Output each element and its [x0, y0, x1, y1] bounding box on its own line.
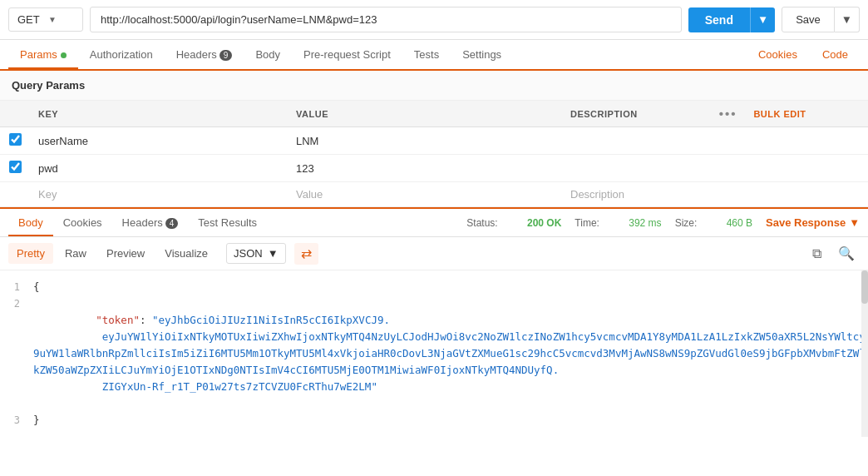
method-select[interactable]: GET ▼: [8, 7, 83, 32]
tabs-right: Cookies Code: [747, 40, 860, 69]
value-cell: 123: [288, 155, 562, 182]
tab-body[interactable]: Body: [244, 40, 292, 69]
search-button[interactable]: 🔍: [833, 242, 860, 265]
key-value: pwd: [38, 162, 58, 175]
tab-cookies-link[interactable]: Cookies: [747, 40, 809, 69]
copy-button[interactable]: ⧉: [807, 242, 826, 265]
tab-headers[interactable]: Headers9: [165, 40, 244, 69]
format-chevron-icon: ▼: [268, 247, 279, 260]
size-label: Size:: [675, 217, 698, 229]
empty-key-cell[interactable]: Key: [30, 182, 288, 207]
top-bar: GET ▼ Send ▼ Save ▼: [0, 0, 868, 40]
empty-checkbox-cell: [0, 182, 30, 207]
json-value-token: "eyJhbGciOiJIUzI1NiIsInR5cCI6IkpXVCJ9. e…: [33, 314, 866, 393]
json-key-token: "token": [71, 314, 140, 326]
actions-cell: [711, 127, 746, 155]
format-select[interactable]: JSON ▼: [226, 243, 286, 264]
empty-value-cell[interactable]: Value: [288, 182, 562, 207]
empty-desc-cell[interactable]: Description: [562, 182, 711, 207]
desc-cell: [562, 155, 711, 182]
params-dot-icon: [61, 52, 67, 58]
desc-col-header: DESCRIPTION: [562, 101, 711, 127]
key-cell: pwd: [30, 155, 288, 182]
rtab-test-results[interactable]: Test Results: [188, 209, 267, 236]
save-response-button[interactable]: Save Response ▼: [766, 216, 860, 229]
table-row: pwd 123: [0, 155, 868, 182]
code-text-1: {: [33, 279, 868, 295]
pretty-button[interactable]: Pretty: [8, 243, 53, 264]
tab-authorization[interactable]: Authorization: [78, 40, 165, 69]
tab-params[interactable]: Params: [8, 40, 78, 69]
key-value: userName: [38, 135, 88, 147]
row1-checkbox[interactable]: [9, 133, 22, 146]
rtab-headers[interactable]: Headers4: [112, 209, 189, 236]
save-response-chevron-icon: ▼: [849, 216, 860, 229]
status-value: 200 OK: [527, 217, 561, 229]
params-table: KEY VALUE DESCRIPTION ••• Bulk Edit user…: [0, 101, 868, 207]
save-button[interactable]: Save: [782, 7, 835, 32]
time-value: 392 ms: [629, 217, 661, 229]
wrap-button[interactable]: ⇄: [294, 243, 318, 265]
code-line-2: 2 "token": "eyJhbGciOiJIUzI1NiIsInR5cCI6…: [0, 295, 868, 412]
key-cell: userName: [30, 127, 288, 155]
bulk-edit-button[interactable]: Bulk Edit: [753, 109, 806, 119]
status-label: Status:: [466, 217, 497, 229]
desc-cell: [562, 127, 711, 155]
query-params-section: Query Params KEY VALUE DESCRIPTION ••• B…: [0, 71, 868, 207]
send-group: Send ▼: [688, 7, 775, 32]
format-right-actions: ⧉ 🔍: [807, 242, 860, 265]
response-tabs-bar: Body Cookies Headers4 Test Results Statu…: [0, 207, 868, 237]
checkbox-cell[interactable]: [0, 155, 30, 182]
checkbox-col-header: [0, 101, 30, 127]
save-dropdown-button[interactable]: ▼: [835, 7, 860, 32]
row2-checkbox[interactable]: [9, 161, 22, 173]
method-label: GET: [17, 13, 43, 26]
line-num-2: 2: [0, 295, 33, 312]
empty-actions-cell: [711, 182, 746, 207]
visualize-button[interactable]: Visualize: [156, 243, 216, 264]
actions-col-header: •••: [711, 101, 746, 127]
table-header-row: KEY VALUE DESCRIPTION ••• Bulk Edit: [0, 101, 868, 127]
scrollbar-thumb: [861, 270, 868, 304]
more-options-icon[interactable]: •••: [719, 107, 737, 121]
table-row-empty: Key Value Description: [0, 182, 868, 207]
code-area: 1 { 2 "token": "eyJhbGciOiJIUzI1NiIsInR5…: [0, 270, 868, 437]
key-placeholder: Key: [38, 188, 57, 201]
query-params-title: Query Params: [0, 71, 868, 101]
line-num-1: 1: [0, 279, 33, 295]
actions-cell: [711, 155, 746, 182]
value-cell: LNM: [288, 127, 562, 155]
scrollbar[interactable]: [861, 270, 868, 437]
line-num-3: 3: [0, 412, 33, 429]
value-placeholder: Value: [296, 188, 323, 201]
table-row: userName LNM: [0, 127, 868, 155]
rtab-body[interactable]: Body: [8, 209, 53, 236]
save-group: Save ▼: [782, 7, 860, 32]
tab-code-link[interactable]: Code: [811, 40, 860, 69]
format-label: JSON: [234, 247, 263, 260]
preview-button[interactable]: Preview: [98, 243, 153, 264]
code-text-2: "token": "eyJhbGciOiJIUzI1NiIsInR5cCI6Ik…: [33, 295, 868, 412]
value-col-header: VALUE: [288, 101, 562, 127]
tab-prerequest[interactable]: Pre-request Script: [292, 40, 402, 69]
send-dropdown-button[interactable]: ▼: [750, 7, 775, 32]
empty-extra-cell: [745, 182, 868, 207]
json-colon: :: [140, 314, 152, 326]
code-text-3: }: [33, 412, 868, 429]
request-tabs-bar: Params Authorization Headers9 Body Pre-r…: [0, 40, 868, 71]
code-line-3: 3 }: [0, 412, 868, 429]
method-chevron-icon: ▼: [48, 15, 74, 24]
param-value: LNM: [296, 135, 318, 147]
url-input[interactable]: [90, 7, 682, 32]
wrap-icon: ⇄: [301, 246, 312, 260]
size-value: 460 B: [727, 217, 752, 229]
checkbox-cell[interactable]: [0, 127, 30, 155]
tab-tests[interactable]: Tests: [402, 40, 451, 69]
send-button[interactable]: Send: [688, 7, 750, 32]
tab-settings[interactable]: Settings: [451, 40, 513, 69]
raw-button[interactable]: Raw: [57, 243, 95, 264]
time-label: Time:: [575, 217, 599, 229]
rtab-cookies[interactable]: Cookies: [53, 209, 112, 236]
status-info: Status: 200 OK Time: 392 ms Size: 460 B …: [466, 216, 860, 229]
code-line-1: 1 {: [0, 279, 868, 295]
